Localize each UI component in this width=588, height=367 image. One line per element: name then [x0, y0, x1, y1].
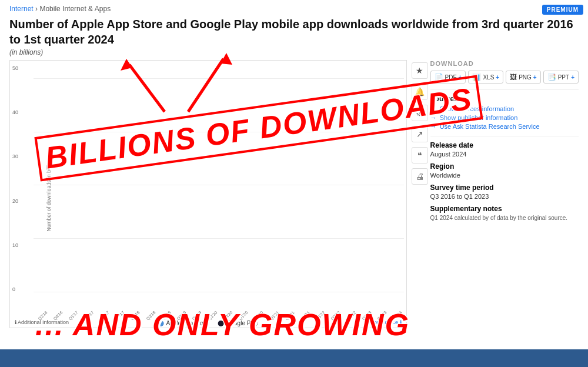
download-label: DOWNLOAD — [430, 60, 579, 67]
chart-footer: ℹ Additional Information Show source ℹ — [10, 317, 406, 328]
sources-section: Sources → Show sources information → Sho… — [430, 95, 579, 130]
star-icon[interactable]: ★ — [412, 62, 428, 79]
release-date-value: August 2024 — [430, 151, 579, 158]
print-icon[interactable]: 🖨 — [412, 168, 428, 185]
region-label: Region — [430, 162, 579, 171]
ppt-plus: + — [571, 74, 574, 81]
ppt-label: PPT — [558, 74, 569, 81]
xls-download-button[interactable]: 📊 XLS + — [468, 71, 503, 84]
premium-badge: PREMIUM — [542, 5, 583, 15]
show-sources-link[interactable]: → Show sources information — [430, 105, 579, 112]
page-subtitle: (in billions) — [9, 48, 579, 56]
release-date-section: Release date August 2024 — [430, 141, 579, 158]
chart-container: Number of downloads in billions 50 40 30… — [9, 60, 407, 328]
page-title: Number of Apple App Store and Google Pla… — [9, 16, 579, 47]
xls-icon: 📊 — [472, 73, 481, 81]
supp-notes-section: Supplementary notes Q1 2024 calculated b… — [430, 205, 579, 222]
supp-notes-label: Supplementary notes — [430, 205, 579, 213]
bell-icon[interactable]: 🔔 — [412, 84, 428, 100]
divider-1 — [430, 89, 579, 90]
bars-area: 20.66.621.76.5236.922.66.524.47.325.17.7… — [34, 65, 404, 292]
gear-icon[interactable]: ⚙ — [412, 105, 428, 121]
ask-statista-link[interactable]: → Use Ask Statista Research Service — [430, 123, 579, 130]
png-plus: + — [533, 74, 537, 81]
show-publisher-link[interactable]: → Show publisher information — [430, 114, 579, 121]
quote-icon[interactable]: ❝ — [412, 147, 428, 164]
ppt-icon: 📑 — [547, 73, 556, 81]
download-buttons: 📄 PDF + 📊 XLS + 🖼 PNG + — [430, 71, 579, 84]
png-download-button[interactable]: 🖼 PNG + — [506, 71, 541, 84]
survey-period-value: Q3 2016 to Q1 2023 — [430, 193, 579, 200]
breadcrumb-internet[interactable]: Internet — [9, 5, 34, 13]
arrow-icon-2: → — [430, 114, 437, 121]
survey-period-label: Survey time period — [430, 184, 579, 192]
additional-info-link[interactable]: ℹ Additional Information — [15, 319, 69, 325]
pdf-icon: 📄 — [435, 73, 443, 81]
breadcrumb: Internet › Mobile Internet & Apps — [0, 0, 588, 15]
region-value: Worldwide — [430, 172, 579, 179]
ppt-download-button[interactable]: 📑 PPT + — [543, 71, 579, 84]
arrow-icon-3: → — [430, 123, 437, 130]
pdf-plus: + — [459, 74, 462, 81]
sources-title: Sources — [430, 95, 579, 103]
share-icon[interactable]: ↗ — [412, 126, 428, 142]
show-source-link[interactable]: Show source ℹ — [368, 319, 402, 325]
sidebar-icons: ★ 🔔 ⚙ ↗ ❝ 🖨 — [412, 60, 428, 328]
png-label: PNG — [519, 74, 532, 81]
pdf-label: PDF — [445, 74, 457, 81]
sidebar-content: DOWNLOAD 📄 PDF + 📊 XLS + 🖼 PNG — [430, 60, 579, 328]
xls-plus: + — [496, 74, 499, 81]
y-axis-labels: 50 40 30 20 10 0 — [12, 65, 18, 292]
png-icon: 🖼 — [510, 73, 517, 81]
region-section: Region Worldwide — [430, 162, 579, 179]
survey-period-section: Survey time period Q3 2016 to Q1 2023 — [430, 184, 579, 200]
breadcrumb-mobile: Mobile Internet & Apps — [39, 5, 111, 13]
arrow-icon-1: → — [430, 105, 437, 112]
supp-notes-value: Q1 2024 calculated by of data by the ori… — [430, 214, 579, 222]
divider-2 — [430, 136, 579, 136]
sidebar-area: ★ 🔔 ⚙ ↗ ❝ 🖨 DOWNLOAD 📄 PDF + 📊 — [412, 60, 579, 328]
release-date-label: Release date — [430, 141, 579, 149]
download-section: DOWNLOAD 📄 PDF + 📊 XLS + 🖼 PNG — [430, 60, 579, 84]
bottom-bar — [0, 349, 588, 367]
xls-label: XLS — [483, 74, 494, 81]
pdf-download-button[interactable]: 📄 PDF + — [430, 71, 466, 84]
